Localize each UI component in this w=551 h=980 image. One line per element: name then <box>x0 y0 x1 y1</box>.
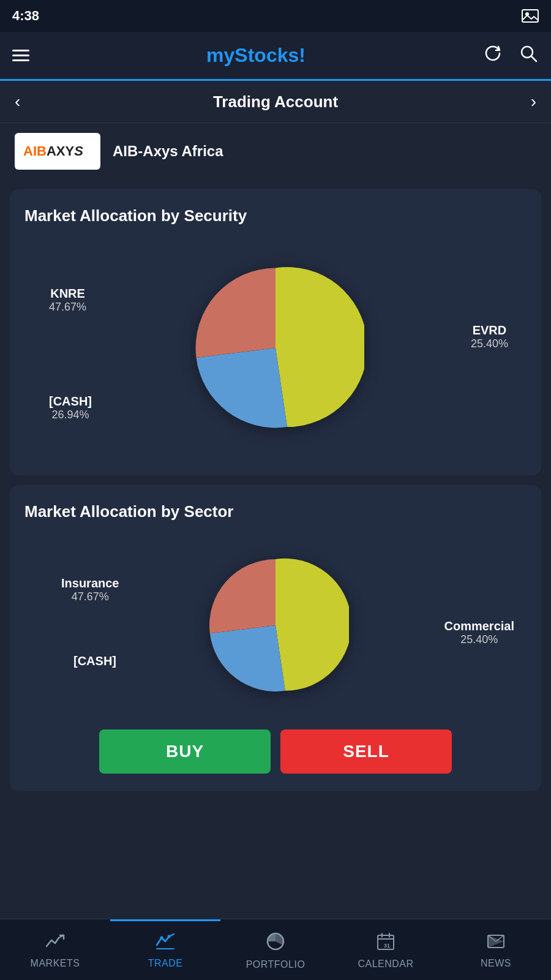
back-arrow[interactable]: ‹ <box>15 92 20 111</box>
broker-logo-axys: AXYS <box>47 143 83 159</box>
svg-point-5 <box>168 935 171 938</box>
bottom-nav: MARKETS TRADE PORTFOLIO <box>0 919 551 980</box>
broker-logo: AIB AXYS <box>15 133 100 170</box>
status-icons <box>522 9 539 23</box>
portfolio-label: PORTFOLIO <box>246 959 305 970</box>
chart-security-title: Market Allocation by Security <box>24 206 527 225</box>
header-action-icons <box>482 43 539 68</box>
nav-portfolio[interactable]: PORTFOLIO <box>220 919 331 980</box>
app-logo: myStocks! <box>206 44 305 67</box>
insurance-label: Insurance 47.67% <box>61 576 119 603</box>
search-icon[interactable] <box>518 43 539 68</box>
sell-button[interactable]: SELL <box>280 729 452 774</box>
security-pie-chart <box>187 259 364 437</box>
trade-label: TRADE <box>148 958 183 969</box>
calendar-icon: 31 <box>377 932 395 955</box>
commercial-label: Commercial 25.40% <box>444 619 515 646</box>
news-icon <box>486 933 506 954</box>
trading-account-title: Trading Account <box>213 92 338 111</box>
svg-rect-0 <box>522 10 538 22</box>
cash1-label: [CASH] 26.94% <box>49 394 92 421</box>
nav-markets[interactable]: MARKETS <box>0 919 110 980</box>
broker-name: AIB-Axys Africa <box>113 143 223 160</box>
nav-trade[interactable]: TRADE <box>110 919 220 980</box>
chart-sector-card: Market Allocation by Sector Insurance 47… <box>10 485 541 791</box>
cash2-label: [CASH] <box>73 654 116 668</box>
trading-nav: ‹ Trading Account › <box>0 81 551 123</box>
nav-calendar[interactable]: 31 CALENDAR <box>331 919 441 980</box>
news-label: NEWS <box>481 958 511 969</box>
svg-point-4 <box>160 936 163 939</box>
broker-row: AIB AXYS AIB-Axys Africa <box>0 123 551 179</box>
hamburger-menu[interactable] <box>12 50 29 61</box>
chart-security-card: Market Allocation by Security KNRE 47.67… <box>10 189 541 475</box>
nav-news[interactable]: NEWS <box>441 919 551 980</box>
chart-sector-title: Market Allocation by Sector <box>24 502 527 521</box>
trade-icon <box>156 933 175 954</box>
app-header: myStocks! <box>0 32 551 81</box>
buy-button[interactable]: BUY <box>99 729 271 774</box>
action-buttons: BUY SELL <box>34 729 517 774</box>
svg-line-3 <box>531 56 536 61</box>
markets-label: MARKETS <box>31 958 80 969</box>
sector-pie-chart <box>202 552 349 699</box>
forward-arrow[interactable]: › <box>531 92 536 111</box>
image-icon <box>522 9 539 23</box>
markets-icon <box>45 933 65 954</box>
evrd-label: EVRD 25.40% <box>471 323 508 350</box>
status-bar: 4:38 <box>0 0 551 32</box>
calendar-label: CALENDAR <box>358 959 413 970</box>
chart-sector-container: Insurance 47.67% Commercial 25.40% [CASH… <box>24 533 527 717</box>
portfolio-icon <box>266 932 285 956</box>
knre-label: KNRE 47.67% <box>49 287 86 314</box>
broker-logo-aib: AIB <box>23 143 47 159</box>
chart-security-container: KNRE 47.67% EVRD 25.40% [CASH] 26.94% <box>24 238 527 458</box>
svg-text:31: 31 <box>384 943 390 949</box>
status-time: 4:38 <box>12 8 39 24</box>
refresh-icon[interactable] <box>482 43 503 68</box>
